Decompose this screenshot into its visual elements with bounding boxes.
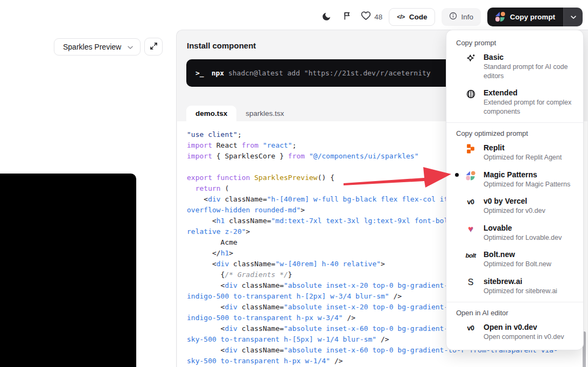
- menu-item-desc: Standard prompt for AI code editors: [484, 63, 576, 80]
- menu-item-open-v0[interactable]: v0 Open in v0.dev Open component in v0.d…: [446, 318, 583, 345]
- tab-demo-tsx[interactable]: demo.tsx: [186, 106, 236, 121]
- theme-toggle-button[interactable]: [320, 10, 334, 24]
- like-button[interactable]: 48: [361, 11, 382, 23]
- copy-prompt-menu: Copy prompt Basic Standard prompt for AI…: [446, 30, 584, 350]
- copy-prompt-dropdown-button[interactable]: [563, 8, 583, 26]
- menu-item-desc: Optimized for sitebrew.ai: [484, 287, 557, 296]
- command-text: shadcn@latest add "https://21st.dev/r/ac…: [228, 69, 431, 77]
- info-button-label: Info: [461, 13, 473, 21]
- moon-icon: [322, 11, 332, 23]
- menu-section-label: Copy optimized prompt: [446, 126, 583, 139]
- copy-prompt-label: Copy prompt: [510, 13, 555, 21]
- file-tabs: demo.tsx sparkles.tsx: [186, 106, 293, 121]
- flag-icon: [343, 11, 352, 22]
- menu-item-title: Basic: [484, 52, 576, 63]
- replit-icon: [465, 143, 477, 155]
- code-button-label: Code: [409, 13, 428, 21]
- menu-item-sitebrew[interactable]: S sitebrew.ai Optimized for sitebrew.ai: [446, 273, 583, 300]
- preview-variant-label: Sparkles Preview: [63, 43, 121, 51]
- copy-prompt-button[interactable]: Copy prompt: [487, 8, 563, 26]
- chevron-down-icon: [570, 13, 577, 21]
- menu-item-title: Lovable: [484, 223, 562, 233]
- bolt-icon: bolt: [465, 250, 477, 261]
- menu-divider: [446, 302, 583, 302]
- magic-patterns-icon: [465, 170, 477, 182]
- v0-icon: v0: [465, 322, 477, 334]
- menu-item-replit[interactable]: Replit Optimized for Replit Agent: [446, 139, 583, 166]
- menu-item-title: v0 by Vercel: [484, 196, 545, 206]
- menu-item-desc: Optimized for Lovable.dev: [484, 233, 562, 243]
- menu-item-bolt[interactable]: bolt Bolt.new Optimized for Bolt.new: [446, 246, 583, 273]
- menu-item-desc: Open component in v0.dev: [484, 333, 564, 342]
- menu-item-v0[interactable]: v0 v0 by Vercel Optimized for v0.dev: [446, 192, 583, 219]
- menu-divider: [446, 122, 583, 123]
- lovable-heart-icon: ♥: [465, 223, 477, 235]
- sparkles-icon: [465, 52, 477, 64]
- info-tab-button[interactable]: Info: [442, 8, 481, 26]
- menu-item-desc: Extended prompt for complex components: [484, 98, 576, 116]
- menu-item-title: Open in v0.dev: [484, 322, 564, 333]
- command-npx: npx: [212, 69, 224, 77]
- menu-item-desc: Optimized for Bolt.new: [484, 260, 551, 269]
- menu-item-magic-patterns[interactable]: Magic Patterns Optimized for Magic Patte…: [446, 166, 583, 193]
- expand-icon: [150, 42, 158, 52]
- menu-item-extended[interactable]: Extended Extended prompt for complex com…: [446, 84, 583, 120]
- terminal-prompt-icon: >_: [195, 69, 204, 77]
- sitebrew-icon: S: [465, 276, 477, 288]
- component-preview-canvas: [0, 174, 136, 367]
- install-heading: Install component: [187, 41, 256, 50]
- menu-item-title: Magic Patterns: [484, 170, 570, 180]
- menu-item-lovable[interactable]: ♥ Lovable Optimized for Lovable.dev: [446, 219, 583, 246]
- flag-button[interactable]: [340, 10, 354, 24]
- menu-item-desc: Optimized for v0.dev: [484, 206, 545, 216]
- fullscreen-button[interactable]: [144, 38, 163, 56]
- tab-sparkles-tsx[interactable]: sparkles.tsx: [236, 106, 293, 121]
- menu-item-basic[interactable]: Basic Standard prompt for AI code editor…: [446, 49, 583, 84]
- menu-item-title: Extended: [484, 88, 576, 98]
- code-tab-button[interactable]: </> Code: [389, 8, 435, 26]
- selected-bullet: [455, 173, 459, 177]
- topbar: 48 </> Code Info Copy prompt: [320, 7, 583, 26]
- heart-icon: [361, 11, 371, 23]
- brain-icon: [465, 88, 477, 100]
- menu-section-label: Copy prompt: [446, 35, 583, 49]
- like-count: 48: [374, 13, 382, 21]
- menu-section-label: Open in AI editor: [446, 305, 583, 318]
- menu-item-title: Replit: [484, 143, 562, 153]
- code-line: sky-500 to-transparent h-px w-1/4" />: [187, 356, 587, 366]
- magic-patterns-logo-icon: [495, 12, 505, 22]
- chevron-down-icon: [127, 43, 134, 51]
- menu-item-desc: Optimized for Replit Agent: [484, 153, 562, 162]
- menu-item-title: sitebrew.ai: [484, 276, 557, 287]
- menu-item-title: Bolt.new: [484, 250, 551, 260]
- menu-item-desc: Optimized for Magic Patterns: [484, 180, 570, 189]
- copy-prompt-button-group: Copy prompt: [487, 8, 583, 26]
- info-icon: [449, 12, 457, 22]
- code-icon: </>: [397, 13, 404, 20]
- preview-variant-select[interactable]: Sparkles Preview: [54, 38, 141, 56]
- v0-icon: v0: [465, 196, 477, 208]
